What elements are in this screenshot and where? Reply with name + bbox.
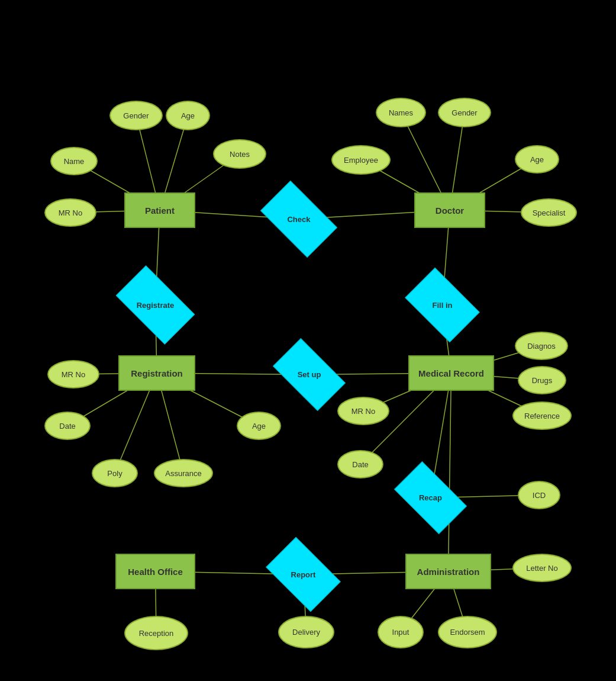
entity-medical_record: Medical Record [408, 355, 494, 391]
attribute-input: Input [378, 616, 424, 648]
attribute-d_age: Age [515, 145, 559, 174]
attribute-mr_drugs: Drugs [518, 366, 566, 394]
entity-doctor: Doctor [414, 192, 485, 228]
attribute-r_date: Date [44, 412, 91, 440]
attribute-d_gender: Gender [438, 98, 491, 127]
attribute-mr_diagnos: Diagnos [515, 332, 568, 360]
relationship-report: Report [272, 554, 334, 595]
relationship-recap: Recap [399, 478, 462, 517]
attribute-reception: Reception [124, 616, 188, 650]
attribute-mr_reference: Reference [512, 401, 572, 430]
attribute-mr_date: Date [337, 450, 383, 478]
relationship-registrate: Registrate [121, 284, 189, 326]
attribute-endorsem: Endorsem [438, 616, 497, 648]
entity-administration: Administration [405, 554, 491, 589]
svg-line-32 [449, 373, 451, 571]
attribute-r_assurance: Assurance [154, 459, 213, 487]
relationship-set_up: Set up [278, 355, 340, 394]
entity-health_office: Health Office [115, 554, 195, 589]
attribute-mr_mrno: MR No [337, 397, 389, 425]
attribute-p_mrno: MR No [44, 198, 96, 227]
attribute-r_mrno: MR No [47, 360, 99, 388]
attribute-recap_icd: ICD [518, 481, 560, 509]
attribute-p_name: Name [50, 147, 98, 175]
diagram-canvas: PatientDoctorRegistrationMedical RecordH… [0, 0, 616, 681]
attribute-d_names: Names [376, 98, 426, 127]
relationship-fill_in: Fill in [411, 284, 473, 326]
attribute-letter_no: Letter No [512, 554, 572, 582]
entity-patient: Patient [124, 192, 195, 228]
entity-registration: Registration [118, 355, 195, 391]
attribute-p_notes: Notes [213, 139, 266, 169]
attribute-d_specialist: Specialist [521, 198, 577, 227]
attribute-p_age: Age [166, 101, 210, 130]
attribute-delivery: Delivery [278, 616, 334, 648]
relationship-check: Check [266, 198, 331, 240]
attribute-r_poly: Poly [92, 459, 138, 487]
attribute-r_age: Age [237, 412, 281, 440]
attribute-d_employee: Employee [331, 145, 391, 175]
attribute-p_gender: Gender [109, 101, 163, 130]
